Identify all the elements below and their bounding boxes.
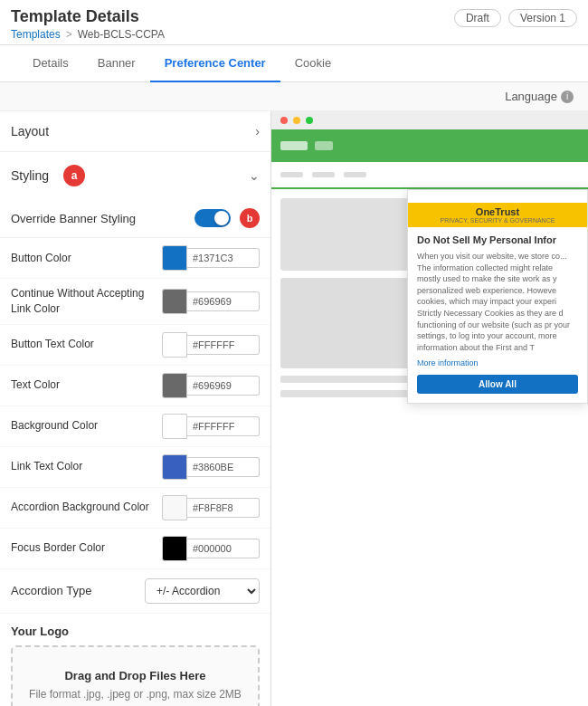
onetrust-banner-title: Do Not Sell My Personal Infor <box>417 234 578 245</box>
onetrust-more-link[interactable]: More information <box>417 358 578 367</box>
language-info-icon[interactable]: i <box>561 91 574 103</box>
override-label: Override Banner Styling <box>11 212 136 225</box>
site-header-bar <box>271 129 588 162</box>
browser-dot-yellow <box>293 117 300 124</box>
preview-container: OneTrust PRIVACY, SECURITY & GOVERNANCE … <box>271 111 588 706</box>
link-color-label: Continue Without Accepting Link Color <box>11 286 162 317</box>
draft-badge[interactable]: Draft <box>454 9 501 27</box>
breadcrumb-separator: > <box>66 28 72 41</box>
accordion-type-select[interactable]: +/- Accordion Arrow Accordion None <box>145 578 260 604</box>
logo-section: Your Logo Drag and Drop Files Here File … <box>0 614 270 706</box>
onetrust-banner-text: When you visit our website, we store co.… <box>417 251 578 353</box>
styling-header[interactable]: Styling a ⌄ <box>0 152 270 199</box>
site-nav-bar <box>271 162 588 189</box>
layout-chevron: › <box>255 124 260 138</box>
background-color-label: Background Color <box>11 418 162 434</box>
layout-label: Layout <box>11 124 49 138</box>
step-badge-b: b <box>240 208 260 228</box>
logo-dropzone[interactable]: Drag and Drop Files Here File format .jp… <box>11 645 260 706</box>
focus-border-color-label: Focus Border Color <box>11 540 162 556</box>
link-color-row: Continue Without Accepting Link Color #6… <box>0 279 270 325</box>
focus-border-color-swatch[interactable] <box>162 536 187 561</box>
browser-dot-red <box>280 117 288 124</box>
tab-bar: Details Banner Preference Center Cookie <box>0 45 588 82</box>
accordion-bg-color-value[interactable]: #F8F8F8 <box>187 498 260 518</box>
styling-section: Styling a ⌄ Override Banner Styling b <box>0 152 270 706</box>
background-color-row: Background Color #FFFFFF <box>0 406 270 447</box>
link-text-color-swatch[interactable] <box>162 454 187 480</box>
accordion-bg-color-label: Accordion Background Color <box>11 500 162 515</box>
tab-banner[interactable]: Banner <box>83 45 150 82</box>
website-mockup: OneTrust PRIVACY, SECURITY & GOVERNANCE … <box>271 129 588 706</box>
preview-panel: OneTrust PRIVACY, SECURITY & GOVERNANCE … <box>271 111 588 706</box>
link-text-color-value[interactable]: #3860BE <box>187 457 260 477</box>
onetrust-logo-area: OneTrust PRIVACY, SECURITY & GOVERNANCE <box>408 203 587 227</box>
background-color-swatch[interactable] <box>162 414 187 439</box>
onetrust-banner: OneTrust PRIVACY, SECURITY & GOVERNANCE … <box>407 189 588 404</box>
logo-label: Your Logo <box>11 625 260 638</box>
language-bar: Language i <box>0 82 588 111</box>
styling-label: Styling <box>11 168 49 183</box>
tab-cookie[interactable]: Cookie <box>280 45 346 82</box>
browser-chrome <box>271 111 588 129</box>
version-badge[interactable]: Version 1 <box>508 9 577 27</box>
text-color-value[interactable]: #696969 <box>187 376 260 396</box>
focus-border-color-row: Focus Border Color #000000 <box>0 529 270 569</box>
left-panel: Layout › Styling a ⌄ Override Banner Sty… <box>0 111 271 706</box>
breadcrumb-parent[interactable]: Templates <box>11 28 61 41</box>
browser-dot-green <box>306 117 313 124</box>
button-text-color-row: Button Text Color #FFFFFF <box>0 325 270 366</box>
step-badge-a: a <box>63 165 85 186</box>
dropzone-title: Drag and Drop Files Here <box>27 669 243 682</box>
breadcrumb-current: Web-BCLS-CCPA <box>78 28 165 41</box>
background-color-value[interactable]: #FFFFFF <box>187 416 260 436</box>
language-label: Language <box>505 90 557 103</box>
tab-details[interactable]: Details <box>18 45 83 82</box>
accordion-type-row: Accordion Type +/- Accordion Arrow Accor… <box>0 569 270 614</box>
color-fields: Button Color #1371C3 Continue Without Ac… <box>0 238 270 569</box>
layout-header[interactable]: Layout › <box>0 111 270 151</box>
button-color-value[interactable]: #1371C3 <box>187 248 260 268</box>
button-text-color-value[interactable]: #FFFFFF <box>187 335 260 355</box>
link-color-value[interactable]: #696969 <box>187 291 260 311</box>
override-toggle[interactable] <box>194 209 231 227</box>
accordion-type-label: Accordion Type <box>11 584 145 597</box>
text-color-label: Text Color <box>11 377 162 393</box>
button-text-color-label: Button Text Color <box>11 337 162 352</box>
button-text-color-swatch[interactable] <box>162 332 187 358</box>
text-color-swatch[interactable] <box>162 373 187 398</box>
link-color-swatch[interactable] <box>162 289 187 314</box>
focus-border-color-value[interactable]: #000000 <box>187 539 260 558</box>
button-color-row: Button Color #1371C3 <box>0 238 270 279</box>
styling-chevron: ⌄ <box>249 168 260 183</box>
onetrust-logo-text: OneTrust <box>415 206 580 217</box>
dropzone-subtitle: File format .jpg, .jpeg or .png, max siz… <box>27 688 243 701</box>
link-text-color-row: Link Text Color #3860BE <box>0 447 270 488</box>
tab-preference-center[interactable]: Preference Center <box>150 45 280 82</box>
text-color-row: Text Color #696969 <box>0 366 270 406</box>
onetrust-allow-button[interactable]: Allow All <box>417 375 578 394</box>
link-text-color-label: Link Text Color <box>11 459 162 474</box>
accordion-bg-color-swatch[interactable] <box>162 495 187 520</box>
override-row: Override Banner Styling b <box>0 199 270 238</box>
onetrust-logo-sub: PRIVACY, SECURITY & GOVERNANCE <box>415 217 580 224</box>
button-color-swatch[interactable] <box>162 245 187 271</box>
layout-section: Layout › <box>0 111 270 152</box>
button-color-label: Button Color <box>11 251 162 266</box>
accordion-bg-color-row: Accordion Background Color #F8F8F8 <box>0 488 270 529</box>
